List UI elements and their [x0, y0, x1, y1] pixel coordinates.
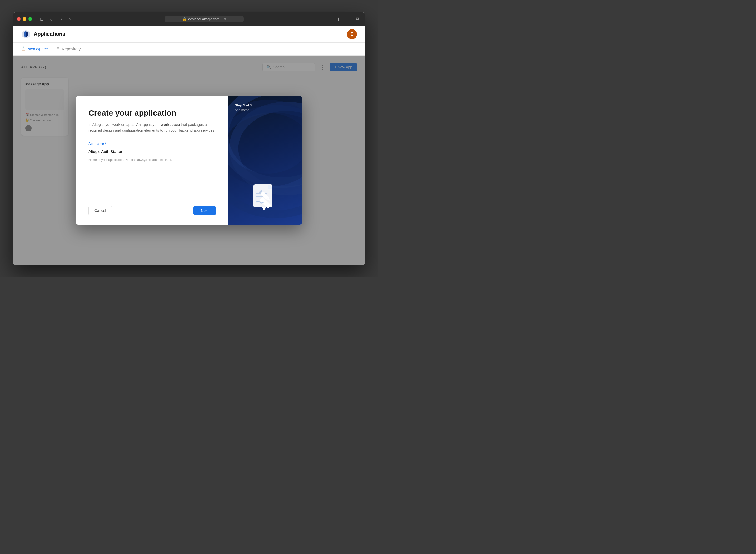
reload-icon[interactable]: ↻	[223, 17, 226, 21]
modal-title: Create your application	[89, 108, 216, 117]
nav-tabs: 📋 Workspace ⊟ Repository	[13, 43, 365, 56]
modal-footer: Cancel Next	[89, 206, 216, 215]
logo-area: Applications	[21, 30, 65, 39]
address-bar[interactable]: 🔒 designer.altogic.com ↻	[77, 16, 332, 22]
back-arrow-icon[interactable]: ‹	[58, 15, 65, 23]
sidebar-toggle-icon[interactable]: ⊞	[38, 15, 45, 23]
repository-tab-icon: ⊟	[56, 46, 60, 51]
workspace-tab-label: Workspace	[28, 47, 48, 51]
modal-desc-bold: workspace	[161, 122, 180, 127]
document-edit-icon	[249, 182, 281, 213]
titlebar-controls: ⊞ ⌄	[38, 15, 55, 23]
app-header: Applications E	[13, 26, 365, 43]
cancel-button[interactable]: Cancel	[89, 206, 112, 215]
app-name-form-group: App name * Name of your application. You…	[89, 142, 216, 162]
app-name-label: App name *	[89, 142, 216, 146]
tab-workspace[interactable]: 📋 Workspace	[21, 43, 48, 55]
url-text: designer.altogic.com	[188, 17, 220, 21]
modal-right-panel: Step 1 of 5 App name	[229, 96, 302, 225]
repository-tab-label: Repository	[62, 47, 81, 51]
chevron-down-icon[interactable]: ⌄	[47, 15, 55, 23]
modal-desc-before: In Altogic, you work on apps. An app is …	[89, 122, 161, 127]
user-avatar[interactable]: E	[347, 29, 357, 39]
modal-description: In Altogic, you work on apps. An app is …	[89, 122, 216, 133]
add-tab-icon[interactable]: ＋	[344, 15, 352, 23]
app-content: Applications E 📋 Workspace ⊟ Repository …	[13, 26, 365, 265]
tab-repository[interactable]: ⊟ Repository	[56, 43, 81, 55]
close-button[interactable]	[17, 17, 20, 21]
step-sublabel: App name	[235, 108, 296, 112]
traffic-lights	[17, 17, 32, 21]
next-button[interactable]: Next	[193, 206, 216, 215]
modal-overlay: Create your application In Altogic, you …	[13, 56, 365, 265]
create-app-modal: Create your application In Altogic, you …	[76, 96, 302, 225]
titlebar-actions: ⬆ ＋ ⧉	[335, 15, 361, 23]
nav-arrows: ‹ ›	[58, 15, 74, 23]
url-pill: 🔒 designer.altogic.com ↻	[165, 16, 244, 22]
title-bar: ⊞ ⌄ ‹ › 🔒 designer.altogic.com ↻ ⬆ ＋ ⧉	[13, 12, 365, 26]
modal-left-panel: Create your application In Altogic, you …	[76, 96, 229, 225]
altogic-logo-icon	[21, 30, 31, 39]
document-icon-container	[249, 182, 281, 214]
tabs-icon[interactable]: ⧉	[354, 15, 361, 23]
lock-icon: 🔒	[182, 17, 187, 21]
maximize-button[interactable]	[28, 17, 32, 21]
modal-step-info: Step 1 of 5 App name	[235, 103, 296, 112]
app-name-hint: Name of your application. You can always…	[89, 158, 216, 162]
mac-window: ⊞ ⌄ ‹ › 🔒 designer.altogic.com ↻ ⬆ ＋ ⧉	[13, 12, 365, 265]
step-label: Step 1 of 5	[235, 103, 296, 107]
workspace-tab-icon: 📋	[21, 46, 26, 51]
share-icon[interactable]: ⬆	[335, 15, 342, 23]
main-area: ALL APPS (2) 🔍 Search... ⋮ + New app Mes…	[13, 56, 365, 265]
minimize-button[interactable]	[23, 17, 26, 21]
app-name-input[interactable]	[89, 147, 216, 156]
app-title: Applications	[34, 31, 65, 37]
svg-point-7	[229, 106, 302, 180]
forward-arrow-icon[interactable]: ›	[66, 15, 74, 23]
